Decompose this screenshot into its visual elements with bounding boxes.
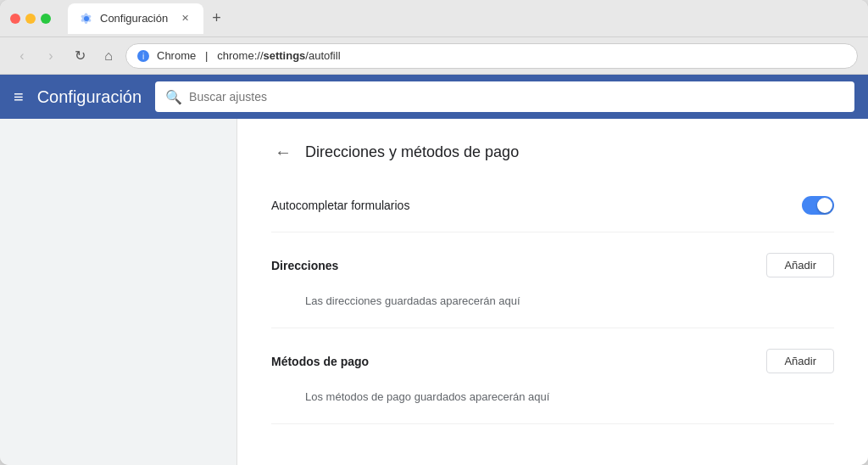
menu-icon[interactable]: ≡ — [14, 87, 24, 107]
autocomplete-label: Autocompletar formularios — [271, 199, 409, 212]
back-nav-button[interactable]: ‹ — [10, 44, 34, 68]
traffic-lights — [10, 14, 51, 24]
forward-nav-button[interactable]: › — [39, 44, 63, 68]
search-box: 🔍 — [155, 81, 854, 112]
navbar: ‹ › ↻ ⌂ i Chrome | chrome://settings/aut… — [0, 37, 868, 75]
autocomplete-row: Autocompletar formularios — [271, 179, 834, 232]
tab-favicon — [80, 12, 93, 25]
payment-methods-section: Métodos de pago Añadir — [271, 328, 834, 373]
add-address-button[interactable]: Añadir — [766, 253, 834, 277]
tab-bar: Configuración ✕ + — [68, 3, 858, 34]
reload-nav-button[interactable]: ↻ — [68, 44, 92, 68]
maximize-button[interactable] — [41, 14, 51, 24]
new-tab-button[interactable]: + — [203, 3, 230, 34]
back-icon: ‹ — [19, 48, 24, 64]
back-arrow-icon: ← — [275, 143, 292, 162]
settings-title: Configuración — [37, 87, 142, 107]
security-icon: i — [136, 49, 150, 63]
page-title: Direcciones y métodos de pago — [305, 143, 519, 161]
address-site-name: Chrome | chrome://settings/autofill — [157, 49, 341, 62]
active-tab[interactable]: Configuración ✕ — [68, 3, 203, 34]
search-icon: 🔍 — [165, 89, 182, 105]
browser-window: Configuración ✕ + ‹ › ↻ ⌂ i — [0, 0, 868, 465]
sidebar — [0, 119, 237, 465]
home-nav-button[interactable]: ⌂ — [97, 44, 120, 68]
addresses-section-title: Direcciones — [271, 259, 338, 272]
payment-methods-section-header: Métodos de pago Añadir — [271, 349, 834, 373]
back-button[interactable]: ← — [271, 139, 295, 165]
forward-icon: › — [48, 48, 53, 64]
payment-methods-section-title: Métodos de pago — [271, 355, 369, 368]
svg-text:i: i — [142, 52, 144, 61]
tab-close-button[interactable]: ✕ — [178, 12, 192, 25]
home-icon: ⌂ — [104, 48, 113, 64]
page-header: ← Direcciones y métodos de pago — [271, 119, 834, 179]
reload-icon: ↻ — [75, 48, 86, 64]
address-bar[interactable]: i Chrome | chrome://settings/autofill — [125, 43, 858, 69]
addresses-section-header: Direcciones Añadir — [271, 253, 834, 277]
payment-methods-empty-message: Los métodos de pago guardados aparecerán… — [271, 384, 834, 424]
close-button[interactable] — [10, 14, 20, 24]
autocomplete-toggle[interactable] — [802, 196, 834, 215]
addresses-empty-message: Las direcciones guardadas aparecerán aqu… — [271, 288, 834, 328]
tab-label: Configuración — [100, 12, 168, 25]
settings-header: ≡ Configuración 🔍 — [0, 75, 868, 119]
content-area: ← Direcciones y métodos de pago Autocomp… — [0, 119, 868, 465]
main-content: ← Direcciones y métodos de pago Autocomp… — [237, 119, 868, 465]
minimize-button[interactable] — [25, 14, 36, 24]
addresses-section: Direcciones Añadir — [271, 232, 834, 277]
add-payment-method-button[interactable]: Añadir — [766, 349, 834, 373]
settings-container: ≡ Configuración 🔍 ← Direcciones y método… — [0, 75, 868, 465]
search-input[interactable] — [189, 90, 844, 104]
titlebar: Configuración ✕ + — [0, 0, 868, 37]
